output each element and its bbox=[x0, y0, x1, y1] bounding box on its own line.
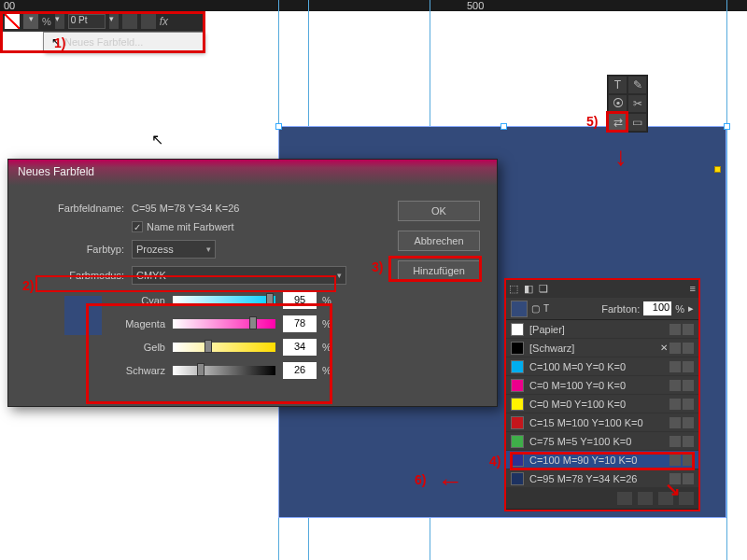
cmyk-sliders: Cyan 95 % Magenta 78 % Gelb 34 % Schwarz… bbox=[111, 292, 484, 379]
new-swatch-dialog: Neues Farbfeld OK Abbrechen Hinzufügen F… bbox=[7, 159, 498, 407]
button-label: Hinzufügen bbox=[413, 265, 465, 276]
swatch-item[interactable]: [Schwarz]✕ bbox=[505, 339, 699, 357]
dropdown-icon[interactable]: ▾ bbox=[55, 14, 64, 29]
swatch-item[interactable]: [Papier] bbox=[505, 320, 699, 339]
percent-label: % bbox=[322, 318, 331, 329]
annotation-4: 4) bbox=[489, 454, 500, 469]
fx-button[interactable]: fx bbox=[160, 15, 168, 28]
cyan-label: Cyan bbox=[111, 295, 165, 306]
color-model-icon bbox=[669, 361, 681, 372]
swatch-name: C=95 M=78 Y=34 K=26 bbox=[529, 473, 664, 484]
show-options-icon[interactable] bbox=[617, 492, 632, 505]
square-outline-icon[interactable] bbox=[141, 14, 156, 29]
selection-handle[interactable] bbox=[714, 166, 721, 173]
swatch-item[interactable]: C=0 M=0 Y=100 K=0 bbox=[505, 395, 699, 413]
yellow-slider[interactable] bbox=[173, 343, 275, 352]
percent-label: % bbox=[675, 303, 684, 315]
container-icon[interactable]: ▢ bbox=[531, 303, 540, 314]
swatch-color-chip bbox=[511, 323, 524, 336]
dropdown-icon[interactable]: ▸ bbox=[688, 302, 694, 315]
color-type-icon bbox=[683, 399, 694, 410]
annotation-2: 2) bbox=[22, 278, 34, 293]
swatch-item[interactable]: C=0 M=100 Y=0 K=0 bbox=[505, 376, 699, 395]
selection-handle[interactable] bbox=[724, 123, 730, 130]
swatch-type-icons bbox=[669, 380, 694, 391]
swap-tool[interactable]: ⇄ bbox=[608, 113, 627, 132]
type-tool[interactable]: T bbox=[608, 76, 627, 94]
magenta-value[interactable]: 78 bbox=[283, 315, 317, 332]
panel-menu-icon[interactable]: ≡ bbox=[690, 283, 696, 294]
add-button[interactable]: Hinzufügen bbox=[398, 260, 480, 281]
eyedropper-tool[interactable]: ⦿ bbox=[608, 94, 627, 113]
slider-thumb[interactable] bbox=[249, 316, 257, 329]
gradient-tool[interactable]: ▭ bbox=[627, 113, 647, 132]
swatch-name: [Papier] bbox=[529, 324, 664, 335]
color-model-icon bbox=[669, 324, 681, 335]
percent-label: % bbox=[322, 365, 331, 376]
tint-field[interactable]: 100 bbox=[643, 301, 671, 315]
color-type-icon bbox=[683, 455, 694, 466]
lock-icon: ✕ bbox=[660, 343, 668, 354]
swatch-color-chip bbox=[511, 472, 524, 485]
color-type-select[interactable]: Prozess bbox=[132, 240, 216, 259]
folder-icon[interactable] bbox=[638, 492, 653, 505]
black-slider[interactable] bbox=[173, 366, 275, 375]
slider-thumb[interactable] bbox=[266, 293, 274, 306]
color-model-icon bbox=[669, 380, 681, 391]
swatch-name: [Schwarz] bbox=[529, 343, 655, 354]
swatch-item[interactable]: C=100 M=0 Y=0 K=0 bbox=[505, 357, 699, 376]
pencil-tool[interactable]: ✎ bbox=[627, 76, 647, 94]
swatch-item[interactable]: C=100 M=90 Y=10 K=0 bbox=[505, 451, 699, 469]
cancel-button[interactable]: Abbrechen bbox=[398, 231, 480, 251]
yellow-value[interactable]: 34 bbox=[283, 339, 317, 356]
color-type-icon bbox=[683, 361, 694, 372]
color-type-icon bbox=[683, 436, 694, 447]
cyan-value[interactable]: 95 bbox=[283, 292, 317, 309]
swatch-color-chip bbox=[511, 435, 524, 448]
scissors-tool[interactable]: ✂ bbox=[627, 94, 647, 113]
color-model-icon bbox=[669, 417, 681, 428]
color-mode-label: Farbmodus: bbox=[21, 270, 124, 281]
slider-thumb[interactable] bbox=[204, 340, 212, 353]
fill-chip[interactable] bbox=[511, 301, 528, 317]
menu-item-new-swatch[interactable]: ↖ Neues Farbfeld... bbox=[43, 32, 204, 52]
ruler-horizontal: 00 500 bbox=[0, 0, 747, 11]
options-bar: ▾ % ▾ 0 Pt ▾ fx bbox=[0, 11, 205, 32]
panel-tab-icon[interactable]: ❏ bbox=[539, 283, 548, 295]
dialog-title: Neues Farbfeld bbox=[8, 160, 497, 186]
selection-handle[interactable] bbox=[275, 123, 282, 130]
slider-thumb[interactable] bbox=[197, 363, 204, 376]
panel-tab-icon[interactable]: ⬚ bbox=[509, 283, 518, 295]
panel-tab-icon[interactable]: ◧ bbox=[524, 283, 533, 295]
no-fill-icon[interactable] bbox=[5, 14, 20, 29]
name-with-color-checkbox[interactable]: ✓ bbox=[132, 221, 143, 232]
button-label: OK bbox=[431, 205, 446, 217]
ruler-mark: 00 bbox=[4, 0, 15, 11]
percent-label: % bbox=[322, 295, 331, 306]
selection-handle[interactable] bbox=[500, 123, 507, 130]
swatch-item[interactable]: C=75 M=5 Y=100 K=0 bbox=[505, 432, 699, 451]
cyan-slider[interactable] bbox=[173, 296, 275, 305]
guide bbox=[726, 0, 727, 560]
ok-button[interactable]: OK bbox=[398, 201, 480, 221]
dropdown-icon[interactable]: ▾ bbox=[23, 14, 38, 29]
arrow-diag-icon: ↘ bbox=[665, 478, 681, 500]
arrow-down-icon: ↓ bbox=[614, 142, 627, 172]
trash-icon[interactable] bbox=[679, 492, 694, 505]
text-icon[interactable]: T bbox=[543, 303, 549, 314]
swatch-color-chip bbox=[511, 416, 524, 429]
black-value[interactable]: 26 bbox=[283, 362, 317, 379]
color-mode-select[interactable]: CMYK bbox=[132, 266, 346, 285]
color-type-label: Farbtyp: bbox=[21, 244, 124, 255]
percent-label: % bbox=[322, 342, 331, 353]
swatches-list: [Papier][Schwarz]✕C=100 M=0 Y=0 K=0C=0 M… bbox=[505, 320, 699, 488]
square-icon[interactable] bbox=[122, 14, 137, 29]
magenta-slider[interactable] bbox=[173, 319, 275, 329]
yellow-label: Gelb bbox=[111, 342, 165, 353]
swatch-item[interactable]: C=15 M=100 Y=100 K=0 bbox=[505, 413, 699, 432]
cursor-icon: ↖ bbox=[151, 131, 164, 147]
stroke-weight-field[interactable]: 0 Pt bbox=[68, 14, 106, 29]
dropdown-icon[interactable]: ▾ bbox=[109, 14, 119, 29]
color-type-icon bbox=[683, 417, 694, 428]
color-model-icon bbox=[669, 436, 681, 447]
